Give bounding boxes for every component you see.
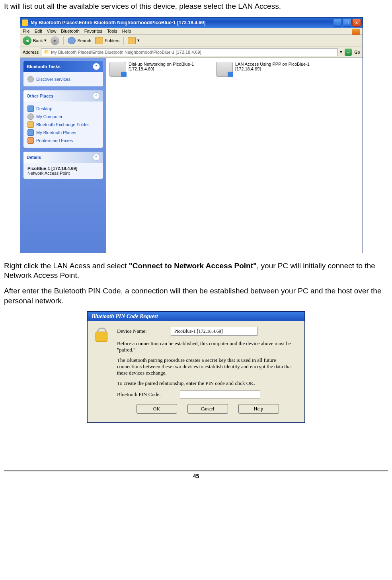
bluetooth-icon	[27, 129, 34, 136]
place-my-computer[interactable]: My Computer	[27, 113, 99, 121]
address-label: Address	[23, 50, 39, 55]
back-label: Back	[33, 38, 43, 43]
other-places-panel: Other Places ⌃ Desktop My Computer Bluet…	[23, 90, 103, 148]
place-label: Bluetooth Exchange Folder	[36, 122, 89, 127]
panel-header-tasks[interactable]: Bluetooth Tasks ⌃	[23, 61, 103, 72]
forward-button[interactable]: ►	[51, 36, 59, 45]
app-icon	[22, 20, 28, 26]
collapse-icon[interactable]: ⌃	[93, 63, 100, 70]
details-panel: Details ⌃ PicoBlue-1 [172.18.4.69] Netwo…	[23, 152, 103, 179]
dialup-icon	[109, 62, 126, 77]
panel-header-places[interactable]: Other Places ⌃	[23, 90, 103, 102]
details-device-name: PicoBlue-1 [172.18.4.69]	[27, 166, 99, 171]
menu-view[interactable]: View	[47, 29, 57, 33]
views-icon	[128, 37, 136, 44]
toolbar-separator	[123, 37, 124, 45]
service-dialup[interactable]: Dial-up Networking on PicoBlue-1 [172.18…	[108, 60, 215, 78]
paragraph-2: Right click the LAN Acess and select "Co…	[4, 261, 388, 281]
page-number: 45	[193, 473, 199, 479]
collapse-icon[interactable]: ⌃	[93, 154, 100, 161]
folder-icon	[27, 121, 34, 128]
dialog-msg-3: To create the paired relationship, enter…	[117, 380, 298, 387]
go-button[interactable]: →	[345, 49, 352, 56]
close-button[interactable]: ×	[352, 19, 361, 27]
explorer-window: My Bluetooth Places\Entire Bluetooth Nei…	[20, 17, 363, 253]
dialog-msg-1: Before a connection can be established, …	[117, 340, 298, 353]
help-rest: elp	[257, 406, 263, 412]
views-button[interactable]: ▾	[128, 37, 140, 44]
maximize-button[interactable]: □	[343, 19, 351, 27]
menu-help[interactable]: Help	[122, 29, 131, 33]
service-sub: [172.18.4.69]	[129, 66, 194, 71]
service-lan-access[interactable]: LAN Access Using PPP on PicoBlue-1 [172.…	[215, 60, 321, 78]
pin-code-input[interactable]	[180, 391, 260, 398]
device-name-value: PicoBlue-1 [172.18.4.69]	[171, 327, 257, 336]
place-label: My Bluetooth Places	[36, 130, 76, 135]
ok-button[interactable]: OK	[137, 404, 177, 414]
place-printers[interactable]: Printers and Faxes	[27, 137, 99, 145]
places-header-label: Other Places	[27, 94, 53, 98]
menu-favorites[interactable]: Favorites	[84, 29, 102, 33]
panel-header-details[interactable]: Details ⌃	[23, 152, 103, 163]
address-path: My Bluetooth Places\Entire Bluetooth Nei…	[51, 50, 201, 55]
service-list: Dial-up Networking on PicoBlue-1 [172.18…	[106, 58, 363, 253]
toolbar: ◄ Back ▾ ► Search Folders ▾	[20, 35, 363, 47]
task-label: Discover services	[36, 77, 70, 82]
dropdown-icon[interactable]: ▾	[137, 38, 140, 43]
search-icon	[68, 37, 76, 44]
toolbar-separator	[63, 37, 64, 45]
address-input[interactable]: 📁 My Bluetooth Places\Entire Bluetooth N…	[41, 48, 337, 56]
window-title: My Bluetooth Places\Entire Bluetooth Nei…	[31, 20, 333, 25]
help-button[interactable]: Help	[238, 404, 279, 414]
menu-bluetooth[interactable]: Bluetooth	[61, 29, 79, 33]
details-header-label: Details	[27, 155, 41, 160]
mycomputer-icon	[27, 113, 34, 120]
place-label: My Computer	[36, 114, 62, 119]
search-button[interactable]: Search	[68, 37, 91, 44]
folders-label: Folders	[105, 38, 119, 43]
bluetooth-tasks-panel: Bluetooth Tasks ⌃ Discover services	[23, 61, 103, 86]
menu-tools[interactable]: Tools	[107, 29, 117, 33]
search-label: Search	[77, 38, 91, 43]
cancel-button[interactable]: Cancel	[187, 404, 228, 414]
menu-edit[interactable]: Edit	[35, 29, 42, 33]
desktop-icon	[27, 105, 34, 112]
task-discover-services[interactable]: Discover services	[27, 75, 99, 83]
service-sub: [172.18.4.69]	[235, 66, 310, 71]
address-bar: Address 📁 My Bluetooth Places\Entire Blu…	[20, 47, 363, 58]
page-footer: 45	[4, 471, 388, 479]
back-arrow-icon: ◄	[23, 36, 31, 45]
place-bt-places[interactable]: My Bluetooth Places	[27, 129, 99, 137]
connect-option-bold: "Connect to Network Access Point"	[129, 262, 257, 270]
menu-file[interactable]: File	[23, 29, 30, 33]
folders-button[interactable]: Folders	[95, 37, 119, 44]
dialog-msg-2: The Bluetooth pairing procedure creates …	[117, 357, 298, 376]
folders-icon	[95, 37, 103, 44]
tasks-header-label: Bluetooth Tasks	[27, 64, 60, 69]
place-label: Printers and Faxes	[36, 138, 73, 143]
service-title: LAN Access Using PPP on PicoBlue-1	[235, 62, 310, 66]
window-titlebar: My Bluetooth Places\Entire Bluetooth Nei…	[20, 18, 363, 28]
pin-dialog: Bluetooth PIN Code Request Device Name: …	[87, 311, 305, 423]
place-desktop[interactable]: Desktop	[27, 105, 99, 113]
service-title: Dial-up Networking on PicoBlue-1	[129, 62, 194, 66]
place-label: Desktop	[36, 106, 52, 111]
dropdown-icon[interactable]: ▾	[44, 38, 47, 43]
help-underline: H	[254, 406, 257, 412]
paragraph-3: After enter the Buletooth PIN Code, a co…	[4, 286, 388, 306]
printers-icon	[27, 137, 34, 144]
address-dropdown-icon[interactable]: ▾	[340, 49, 342, 55]
para2-text-a: Right click the LAN Acess and select	[4, 262, 129, 270]
intro-paragraph: It will list out all the available servi…	[4, 2, 388, 12]
collapse-icon[interactable]: ⌃	[93, 92, 100, 100]
discover-icon	[27, 76, 34, 82]
windows-flag-icon	[352, 29, 360, 35]
details-device-type: Network Access Point	[27, 171, 99, 176]
device-name-label: Device Name:	[117, 328, 147, 334]
menu-bar: File Edit View Bluetooth Favorites Tools…	[20, 28, 363, 35]
lock-key-icon	[94, 327, 111, 343]
place-exchange-folder[interactable]: Bluetooth Exchange Folder	[27, 121, 99, 129]
minimize-button[interactable]: _	[333, 19, 342, 27]
go-label: Go	[354, 50, 360, 55]
back-button[interactable]: ◄ Back ▾	[23, 36, 47, 45]
